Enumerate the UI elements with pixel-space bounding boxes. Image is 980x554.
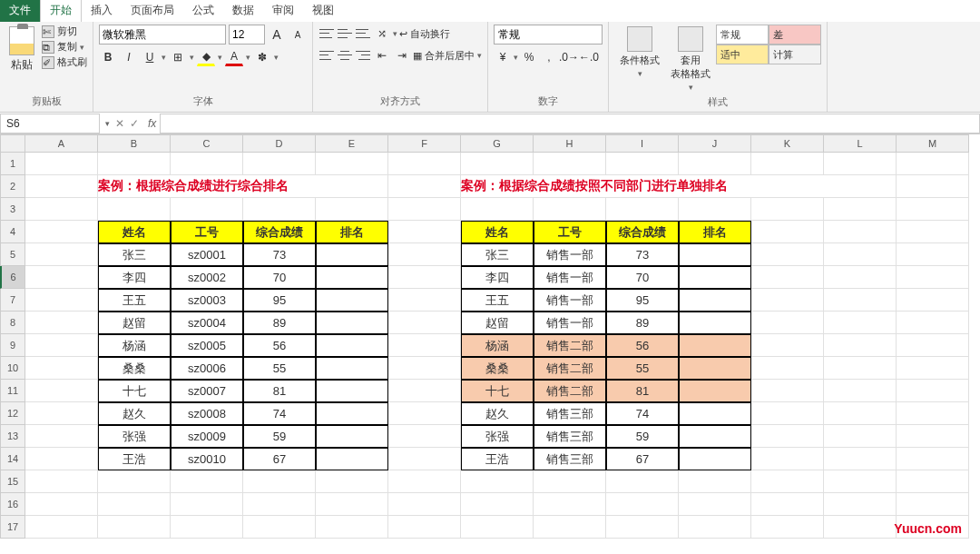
cell[interactable]: 李四	[98, 266, 171, 289]
row-header-16[interactable]: 16	[0, 493, 25, 516]
cell[interactable]	[751, 266, 824, 289]
cell[interactable]	[25, 380, 98, 402]
cell[interactable]: 73	[606, 243, 679, 266]
cell[interactable]	[388, 380, 461, 402]
cell[interactable]	[316, 243, 388, 266]
align-middle-button[interactable]	[337, 27, 353, 40]
cell[interactable]	[171, 516, 243, 539]
cell[interactable]	[388, 312, 461, 334]
cell[interactable]	[243, 470, 316, 493]
cell[interactable]: 73	[243, 243, 316, 266]
cell[interactable]	[679, 289, 751, 312]
cell[interactable]	[461, 198, 534, 221]
cell[interactable]	[824, 312, 897, 334]
cell[interactable]: 排名	[679, 221, 751, 243]
cell[interactable]	[897, 357, 969, 380]
tab-home[interactable]: 开始	[40, 0, 82, 22]
cell[interactable]	[388, 334, 461, 357]
col-header-B[interactable]: B	[98, 134, 171, 153]
cell[interactable]	[824, 425, 897, 448]
percent-button[interactable]: %	[520, 48, 538, 66]
col-header-M[interactable]: M	[897, 134, 969, 153]
cell[interactable]	[25, 221, 98, 243]
cell[interactable]	[824, 289, 897, 312]
cell[interactable]	[316, 448, 388, 470]
cell[interactable]	[824, 153, 897, 175]
cell[interactable]: 销售三部	[534, 402, 606, 425]
cell[interactable]	[824, 402, 897, 425]
phonetic-button[interactable]: ✽	[253, 48, 271, 66]
font-color-button[interactable]: A	[225, 48, 243, 66]
cell-style-normal[interactable]: 常规	[716, 25, 769, 45]
cell[interactable]	[751, 153, 824, 175]
cell[interactable]	[897, 493, 969, 516]
cell[interactable]	[751, 402, 824, 425]
cell[interactable]	[534, 516, 606, 539]
cell[interactable]	[897, 266, 969, 289]
cell[interactable]: sz0010	[171, 448, 243, 470]
cell[interactable]	[534, 198, 606, 221]
cell[interactable]: 姓名	[461, 221, 534, 243]
cell[interactable]	[824, 493, 897, 516]
cell[interactable]	[316, 153, 388, 175]
tab-formula[interactable]: 公式	[183, 0, 223, 22]
cell[interactable]: 十七	[461, 380, 534, 402]
format-table-button[interactable]: 套用 表格格式▾	[665, 25, 716, 94]
cell[interactable]	[25, 153, 98, 175]
cell[interactable]: 销售二部	[534, 334, 606, 357]
cell[interactable]	[388, 243, 461, 266]
cell[interactable]	[25, 289, 98, 312]
cell[interactable]	[751, 198, 824, 221]
row-header-5[interactable]: 5	[0, 243, 25, 266]
cell[interactable]: 张三	[461, 243, 534, 266]
cell[interactable]	[316, 312, 388, 334]
cell[interactable]	[751, 448, 824, 470]
cell[interactable]	[679, 448, 751, 470]
cell[interactable]	[388, 175, 461, 198]
cell-style-bad[interactable]: 差	[769, 25, 821, 45]
cell[interactable]: 综合成绩	[606, 221, 679, 243]
cell[interactable]: 王浩	[461, 448, 534, 470]
col-header-J[interactable]: J	[679, 134, 751, 153]
cell[interactable]	[461, 516, 534, 539]
orientation-button[interactable]: ⤮	[373, 25, 391, 43]
col-header-D[interactable]: D	[243, 134, 316, 153]
cell[interactable]: 81	[606, 380, 679, 402]
cell[interactable]: 王浩	[98, 448, 171, 470]
cell[interactable]	[25, 243, 98, 266]
cell[interactable]	[461, 493, 534, 516]
col-header-L[interactable]: L	[824, 134, 897, 153]
cell[interactable]	[25, 175, 98, 198]
cell[interactable]	[824, 516, 897, 539]
cell[interactable]	[25, 425, 98, 448]
cell-grid[interactable]: 案例：根据综合成绩进行综合排名案例：根据综合成绩按照不同部门进行单独排名姓名工号…	[25, 153, 969, 539]
cell[interactable]	[243, 153, 316, 175]
col-header-F[interactable]: F	[388, 134, 461, 153]
col-header-G[interactable]: G	[461, 134, 534, 153]
cell[interactable]	[316, 516, 388, 539]
align-right-button[interactable]	[355, 49, 371, 62]
cell[interactable]	[897, 402, 969, 425]
cell[interactable]: 销售一部	[534, 266, 606, 289]
cell[interactable]: 张强	[461, 425, 534, 448]
cell[interactable]	[388, 493, 461, 516]
cell[interactable]	[897, 175, 969, 198]
align-bottom-button[interactable]	[355, 27, 371, 40]
cell[interactable]	[897, 153, 969, 175]
cell[interactable]	[824, 380, 897, 402]
align-left-button[interactable]	[318, 49, 335, 62]
cell[interactable]: 杨涵	[461, 334, 534, 357]
cell[interactable]	[25, 334, 98, 357]
merge-center-button[interactable]: ▦合并后居中▾	[413, 49, 482, 63]
cell[interactable]	[25, 198, 98, 221]
cell[interactable]: 55	[606, 357, 679, 380]
cell[interactable]	[679, 153, 751, 175]
row-header-6[interactable]: 6	[0, 266, 25, 289]
cell[interactable]	[824, 357, 897, 380]
cell[interactable]	[98, 198, 171, 221]
cell[interactable]	[679, 357, 751, 380]
row-header-1[interactable]: 1	[0, 153, 25, 175]
cell[interactable]	[751, 357, 824, 380]
cell-style-calc[interactable]: 计算	[769, 45, 821, 64]
cell[interactable]	[388, 266, 461, 289]
